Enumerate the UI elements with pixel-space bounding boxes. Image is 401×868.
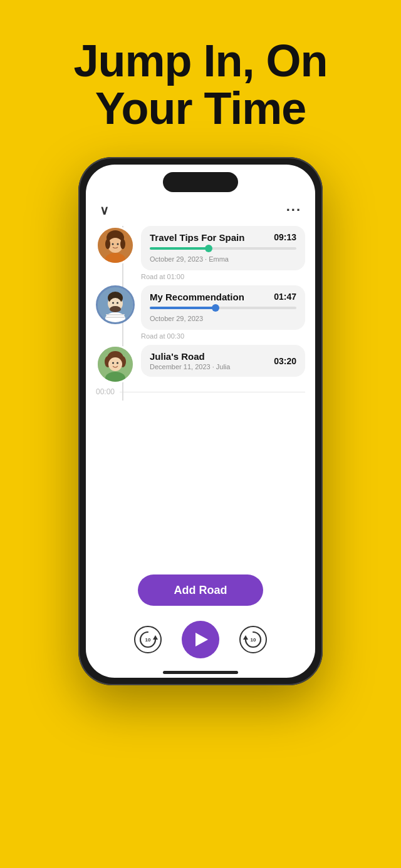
list-item[interactable]: Julia's Road December 11, 2023 · Julia 0… xyxy=(86,345,315,384)
track1-card[interactable]: Travel Tips For Spain 09:13 October 29, … xyxy=(141,226,305,270)
svg-text:10: 10 xyxy=(251,637,256,643)
svg-rect-16 xyxy=(106,314,125,315)
track2-title: My Recommendation xyxy=(150,292,244,302)
svg-text:10: 10 xyxy=(145,637,151,643)
avatar xyxy=(96,226,135,265)
bottom-player: 10 10 xyxy=(86,616,315,671)
track1-progress[interactable] xyxy=(150,247,296,250)
track2-card[interactable]: My Recommendation 01:47 October 29, 2023 xyxy=(141,285,305,330)
skip-back-button[interactable]: 10 xyxy=(134,626,162,653)
add-road-label: Add Road xyxy=(174,584,227,597)
myrecommend-avatar-image xyxy=(98,287,133,322)
svg-point-5 xyxy=(112,243,114,245)
timestamp-divider xyxy=(120,392,305,392)
track3-title: Julia's Road xyxy=(150,351,274,362)
add-road-button[interactable]: Add Road xyxy=(138,574,263,606)
timestamp-label: 00:00 xyxy=(96,387,115,396)
play-icon xyxy=(195,633,208,646)
track3-card[interactable]: Julia's Road December 11, 2023 · Julia 0… xyxy=(141,345,305,377)
chevron-down-icon[interactable]: ∨ xyxy=(100,203,109,218)
svg-point-24 xyxy=(117,362,118,364)
skip-forward-button[interactable]: 10 xyxy=(239,626,267,653)
track2-progress[interactable] xyxy=(150,307,296,309)
track2-meta: October 29, 2023 xyxy=(150,315,203,322)
track1-fill xyxy=(150,247,209,250)
track3-duration: 03:20 xyxy=(274,356,296,366)
headline-line2: Your Time xyxy=(95,83,306,133)
svg-rect-17 xyxy=(106,317,125,318)
track1-thumb xyxy=(205,245,212,252)
julia-info: Julia's Road December 11, 2023 · Julia xyxy=(150,351,274,370)
phone-screen: ∨ ··· xyxy=(86,165,315,678)
svg-point-13 xyxy=(112,302,114,304)
list-item[interactable]: Travel Tips For Spain 09:13 October 29, … xyxy=(86,226,315,270)
svg-point-23 xyxy=(112,362,114,364)
svg-point-4 xyxy=(120,239,125,249)
home-indicator xyxy=(163,671,238,674)
empty-space xyxy=(86,401,315,575)
avatar xyxy=(96,285,135,324)
track2-fill xyxy=(150,307,216,309)
track1-meta: October 29, 2023 · Emma xyxy=(150,255,229,263)
headline-line1: Jump In, On xyxy=(73,36,327,86)
dynamic-island xyxy=(163,172,238,192)
emma-avatar-image xyxy=(98,228,133,263)
track1-duration: 09:13 xyxy=(274,232,296,242)
more-options-icon[interactable]: ··· xyxy=(286,202,301,218)
headline: Jump In, On Your Time xyxy=(55,38,346,132)
svg-point-12 xyxy=(110,306,121,312)
timeline-content: Travel Tips For Spain 09:13 October 29, … xyxy=(86,226,315,401)
svg-point-14 xyxy=(117,302,118,304)
svg-marker-26 xyxy=(153,635,158,640)
track1-road-label: Road at 01:00 xyxy=(86,270,315,285)
julia-avatar-image xyxy=(98,347,133,382)
page-wrapper: Jump In, On Your Time ∨ ··· xyxy=(0,0,401,868)
avatar xyxy=(96,345,135,384)
track2-duration: 01:47 xyxy=(274,292,296,302)
play-button[interactable] xyxy=(182,621,219,658)
svg-point-22 xyxy=(108,357,122,371)
list-item[interactable]: My Recommendation 01:47 October 29, 2023 xyxy=(86,285,315,330)
track2-road-label: Road at 00:30 xyxy=(86,330,315,345)
timestamp-bar: 00:00 xyxy=(86,384,315,400)
svg-marker-28 xyxy=(243,635,248,640)
track2-thumb xyxy=(212,304,219,312)
skip-back-icon: 10 xyxy=(137,628,159,651)
track1-title: Travel Tips For Spain xyxy=(150,232,244,243)
track3-meta: December 11, 2023 · Julia xyxy=(150,363,274,370)
phone-frame: ∨ ··· xyxy=(78,157,323,685)
svg-point-6 xyxy=(117,243,119,245)
svg-point-3 xyxy=(105,239,110,249)
skip-forward-icon: 10 xyxy=(242,628,264,651)
